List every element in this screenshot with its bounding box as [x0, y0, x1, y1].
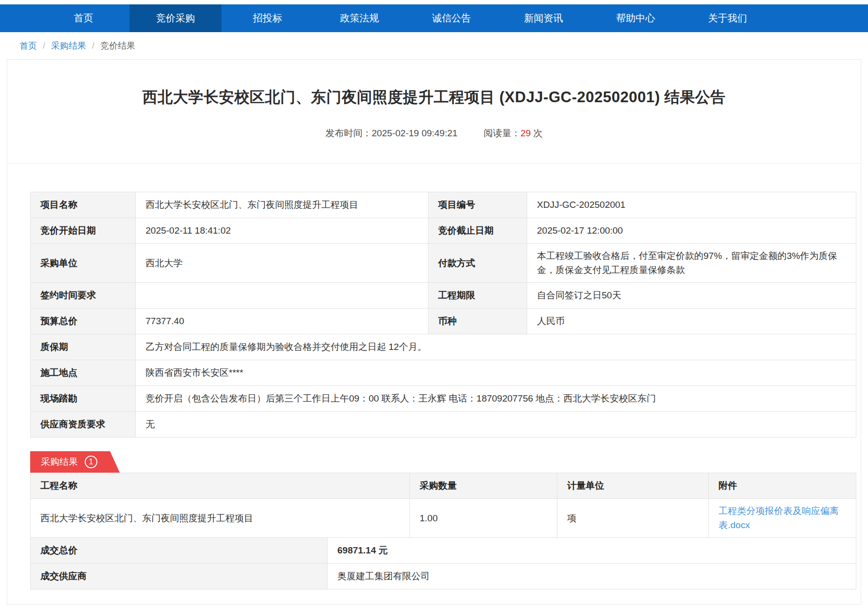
- project-no-value: XDJJ-GC-202502001: [527, 192, 856, 218]
- budget-label: 预算总价: [31, 308, 136, 334]
- table-row: 施工地点 陕西省西安市长安区****: [31, 360, 856, 386]
- page-title: 西北大学长安校区北门、东门夜间照度提升工程项目 (XDJJ-GC-2025020…: [7, 87, 861, 108]
- qualification-value: 无: [136, 411, 856, 437]
- breadcrumb-procurement-results-link[interactable]: 采购结果: [51, 40, 86, 52]
- table-row: 成交供应商 奥厦建工集团有限公司: [31, 563, 856, 589]
- table-row: 预算总价 77377.40 币种 人民币: [31, 308, 856, 334]
- project-details-table: 项目名称 西北大学长安校区北门、东门夜间照度提升工程项目 项目编号 XDJJ-G…: [30, 192, 856, 438]
- result-count-badge: 1: [85, 456, 97, 468]
- project-name-label: 项目名称: [31, 192, 136, 218]
- views-label: 阅读量：: [483, 128, 520, 138]
- deal-supplier-value: 奥厦建工集团有限公司: [328, 563, 856, 589]
- col-header-attachment: 附件: [709, 473, 856, 498]
- budget-value: 77377.40: [136, 308, 428, 334]
- procurement-result-tag: 采购结果 1: [30, 451, 120, 473]
- nav-item-news[interactable]: 新闻资讯: [498, 4, 590, 32]
- nav-item-bidding-procurement[interactable]: 竞价采购: [129, 4, 222, 32]
- survey-value: 竞价开启（包含公告发布日）后第三个工作日上午09：00 联系人：王永辉 电话：1…: [136, 386, 856, 411]
- top-navigation: 首页 竞价采购 招投标 政策法规 诚信公告 新闻资讯 帮助中心 关于我们: [0, 4, 868, 32]
- col-header-quantity: 采购数量: [410, 473, 557, 498]
- result-section-header: 采购结果 1: [30, 451, 861, 473]
- breadcrumb: 首页 / 采购结果 / 竞价结果: [0, 32, 868, 59]
- bid-deadline-value: 2025-02-17 12:00:00: [527, 218, 856, 244]
- site-label: 施工地点: [31, 360, 136, 386]
- nav-item-help-center[interactable]: 帮助中心: [590, 4, 682, 32]
- currency-value: 人民币: [527, 308, 856, 334]
- nav-item-tendering[interactable]: 招投标: [222, 4, 314, 32]
- procurement-result-tag-label: 采购结果: [41, 456, 78, 468]
- table-row: 质保期 乙方对合同工程的质量保修期为验收合格并交付使用之日起 12个月。: [31, 334, 856, 360]
- deal-supplier-label: 成交供应商: [31, 563, 328, 589]
- table-row: 供应商资质要求 无: [31, 411, 856, 437]
- table-row: 采购单位 西北大学 付款方式 本工程竣工验收合格后，付至审定价款的97%，留审定…: [31, 244, 856, 283]
- sign-time-label: 签约时间要求: [31, 282, 136, 308]
- breadcrumb-home-link[interactable]: 首页: [19, 40, 37, 52]
- warranty-label: 质保期: [31, 334, 136, 360]
- table-row: 现场踏勘 竞价开启（包含公告发布日）后第三个工作日上午09：00 联系人：王永辉…: [31, 386, 856, 411]
- article-meta: 发布时间：2025-02-19 09:49:21 阅读量：29 次: [7, 127, 861, 163]
- survey-label: 现场踏勘: [31, 386, 136, 411]
- attachment-link[interactable]: 工程类分项报价表及响应偏离表.docx: [719, 506, 839, 530]
- publish-time-value: 2025-02-19 09:49:21: [371, 128, 457, 138]
- warranty-value: 乙方对合同工程的质量保修期为验收合格并交付使用之日起 12个月。: [136, 334, 856, 360]
- payment-value: 本工程竣工验收合格后，付至审定价款的97%，留审定金额的3%作为质保金，质保金支…: [527, 244, 856, 283]
- publish-time-label: 发布时间：: [325, 128, 371, 138]
- duration-label: 工程期限: [428, 282, 527, 308]
- views-unit: 次: [534, 128, 543, 138]
- project-name-value: 西北大学长安校区北门、东门夜间照度提升工程项目: [136, 192, 428, 218]
- breadcrumb-separator: /: [43, 41, 45, 51]
- content-card: 西北大学长安校区北门、东门夜间照度提升工程项目 (XDJJ-GC-2025020…: [7, 59, 861, 605]
- views-group: 阅读量：29 次: [483, 128, 542, 138]
- bid-start-value: 2025-02-11 18:41:02: [136, 218, 428, 244]
- deal-total-value: 69871.14 元: [328, 537, 856, 563]
- table-header-row: 工程名称 采购数量 计量单位 附件: [31, 473, 856, 498]
- currency-label: 币种: [428, 308, 527, 334]
- table-row: 成交总价 69871.14 元: [31, 537, 856, 563]
- breadcrumb-current: 竞价结果: [100, 40, 135, 52]
- site-value: 陕西省西安市长安区****: [136, 360, 856, 386]
- payment-label: 付款方式: [428, 244, 527, 283]
- sign-time-value: [136, 282, 428, 308]
- buyer-label: 采购单位: [31, 244, 136, 283]
- project-no-label: 项目编号: [428, 192, 527, 218]
- qualification-label: 供应商资质要求: [31, 411, 136, 437]
- bid-start-label: 竞价开始日期: [31, 218, 136, 244]
- table-row: 西北大学长安校区北门、东门夜间照度提升工程项目 1.00 项 工程类分项报价表及…: [31, 498, 856, 537]
- nav-item-integrity-notice[interactable]: 诚信公告: [406, 4, 498, 32]
- duration-value: 自合同签订之日50天: [527, 282, 856, 308]
- deal-total-label: 成交总价: [31, 537, 328, 563]
- result-project-name: 西北大学长安校区北门、东门夜间照度提升工程项目: [31, 498, 410, 537]
- result-unit: 项: [557, 498, 709, 537]
- table-row: 项目名称 西北大学长安校区北门、东门夜间照度提升工程项目 项目编号 XDJJ-G…: [31, 192, 856, 218]
- procurement-result-table: 工程名称 采购数量 计量单位 附件 西北大学长安校区北门、东门夜间照度提升工程项…: [30, 473, 856, 538]
- buyer-value: 西北大学: [136, 244, 428, 283]
- deal-summary-table: 成交总价 69871.14 元 成交供应商 奥厦建工集团有限公司: [30, 537, 856, 589]
- result-attachment-cell: 工程类分项报价表及响应偏离表.docx: [709, 498, 856, 537]
- table-row: 签约时间要求 工程期限 自合同签订之日50天: [31, 282, 856, 308]
- result-quantity: 1.00: [410, 498, 557, 537]
- nav-item-policies[interactable]: 政策法规: [314, 4, 406, 32]
- views-count: 29: [520, 128, 531, 138]
- col-header-project-name: 工程名称: [31, 473, 410, 498]
- col-header-unit: 计量单位: [557, 473, 709, 498]
- nav-item-about-us[interactable]: 关于我们: [682, 4, 774, 32]
- breadcrumb-separator: /: [92, 41, 94, 51]
- nav-item-home[interactable]: 首页: [37, 4, 129, 32]
- table-row: 竞价开始日期 2025-02-11 18:41:02 竞价截止日期 2025-0…: [31, 218, 856, 244]
- article-header: 西北大学长安校区北门、东门夜间照度提升工程项目 (XDJJ-GC-2025020…: [7, 60, 861, 164]
- bid-deadline-label: 竞价截止日期: [428, 218, 527, 244]
